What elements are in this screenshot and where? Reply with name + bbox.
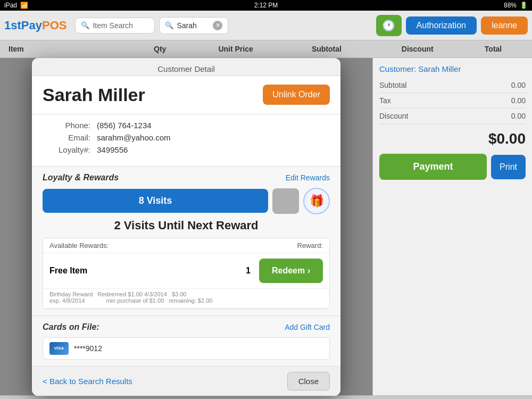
device-label: iPad — [4, 2, 17, 9]
battery-icon: 🔋 — [520, 2, 528, 9]
item-search-box[interactable]: 🔍 Item Search — [75, 18, 155, 34]
phone-row: Phone: (856) 764-1234 — [43, 121, 330, 130]
close-button[interactable]: Close — [287, 372, 330, 390]
reward-name: Free Item — [49, 266, 246, 276]
email-label: Email: — [43, 133, 90, 142]
authorization-button[interactable]: Authorization — [406, 16, 477, 35]
modal-overlay: Customer Detail Sarah Miller Unlink Orde… — [0, 58, 372, 395]
visits-until-text: 2 Visits Until Next Reward — [43, 219, 330, 232]
status-bar: iPad 📶 2:12 PM 88% 🔋 — [0, 0, 532, 11]
main-area: Customer Detail Sarah Miller Unlink Orde… — [0, 58, 532, 395]
right-panel: Customer: Sarah Miller Subtotal 0.00 Tax… — [372, 58, 532, 395]
subtotal-row: Subtotal 0.00 — [379, 78, 526, 93]
email-row: Email: sarahm@yahoo.com — [43, 133, 330, 142]
customer-search-value: Sarah — [177, 21, 196, 30]
tax-value: 0.00 — [511, 96, 526, 105]
email-value: sarahm@yahoo.com — [97, 133, 171, 142]
rewards-table-header: Available Rewards: Reward: — [43, 238, 329, 253]
discount-label: Discount — [379, 112, 408, 120]
app-logo: 1stPayPOS — [4, 19, 66, 32]
loyalty-header: Loyalty & Rewards Edit Rewards — [43, 173, 330, 182]
visits-grey-box — [272, 188, 299, 214]
print-button[interactable]: Print — [491, 155, 526, 179]
loyalty-value: 3499556 — [97, 145, 128, 154]
item-search-label: Item Search — [93, 21, 132, 30]
reward-sub-info: Birthday Reward Redeemed $1.00 4/3/2014 … — [43, 289, 329, 309]
card-row: VISA ****9012 — [43, 337, 330, 360]
back-to-search-link[interactable]: < Back to Search Results — [43, 377, 132, 386]
left-panel: Customer Detail Sarah Miller Unlink Orde… — [0, 58, 372, 395]
cards-header: Cards on File: Add Gift Card — [43, 322, 330, 332]
discount-row: Discount 0.00 — [379, 109, 526, 124]
logo-pos: POS — [42, 19, 66, 32]
visits-bar: 8 Visits 🎁 — [43, 188, 330, 214]
birthday-amount: $3.00 — [172, 291, 187, 297]
card-number: ****9012 — [74, 344, 102, 353]
birthday-redeemed: Redeemed $1.00 4/3/2014 — [98, 291, 167, 297]
unlink-order-button[interactable]: Unlink Order — [263, 85, 330, 105]
column-item: Item — [9, 45, 130, 53]
table-header: Item Qty Unit Price Subtotal Discount To… — [0, 40, 532, 58]
status-bar-right: 88% 🔋 — [504, 2, 528, 9]
clear-search-button[interactable]: ✕ — [213, 21, 222, 30]
time-display: 2:12 PM — [254, 2, 278, 9]
visits-button[interactable]: 8 Visits — [43, 189, 268, 213]
loyalty-title: Loyalty & Rewards — [43, 173, 119, 182]
modal-title: Customer Detail — [32, 58, 340, 76]
card-icon: VISA — [49, 342, 69, 355]
cards-section: Cards on File: Add Gift Card VISA ****90… — [32, 316, 340, 367]
gift-icon-button[interactable]: 🎁 — [303, 188, 330, 214]
reward-column-label: Reward: — [297, 242, 323, 250]
bottom-bar: On Hold 🧮 Misc Sale — [0, 395, 532, 399]
column-qty: Qty — [130, 45, 190, 53]
battery-label: 88% — [504, 2, 517, 9]
modal-header: Sarah Miller Unlink Order — [32, 76, 340, 114]
column-total: Total — [463, 45, 523, 53]
add-gift-card-link[interactable]: Add Gift Card — [285, 323, 330, 331]
loyalty-row: Loyalty#: 3499556 — [43, 145, 330, 154]
action-row: Payment Print — [379, 154, 526, 180]
column-subtotal: Subtotal — [281, 45, 372, 53]
available-rewards-label: Available Rewards: — [49, 242, 109, 250]
edit-rewards-link[interactable]: Edit Rewards — [286, 173, 330, 182]
tax-row: Tax 0.00 — [379, 93, 526, 109]
card-brand: VISA — [54, 346, 64, 351]
customer-detail-modal: Customer Detail Sarah Miller Unlink Orde… — [32, 58, 340, 396]
cards-title: Cards on File: — [43, 322, 99, 332]
modal-footer: < Back to Search Results Close — [32, 367, 340, 396]
subtotal-label: Subtotal — [379, 81, 406, 89]
customer-search-box[interactable]: 🔍 Sarah ✕ — [159, 17, 228, 34]
loyalty-section: Loyalty & Rewards Edit Rewards 8 Visits … — [32, 167, 340, 316]
status-bar-left: iPad 📶 — [4, 2, 28, 9]
discount-value: 0.00 — [511, 112, 526, 120]
subtotal-value: 0.00 — [511, 81, 526, 89]
payment-button[interactable]: Payment — [379, 154, 487, 180]
phone-label: Phone: — [43, 121, 90, 130]
birthday-remaining: remaining: $2.00 — [169, 297, 212, 304]
customer-name-heading: Sarah Miller — [43, 85, 145, 105]
search-icon: 🔍 — [81, 21, 89, 29]
top-bar: 1stPayPOS 🔍 Item Search 🔍 Sarah ✕ 🕐 Auth… — [0, 11, 532, 40]
loyalty-label: Loyalty#: — [43, 145, 90, 154]
user-button[interactable]: leanne — [481, 16, 528, 35]
birthday-min: min purchase of $1.00 — [106, 297, 164, 304]
phone-value: (856) 764-1234 — [97, 121, 152, 130]
clock-button[interactable]: 🕐 — [376, 15, 402, 36]
reward-row: Free Item 1 Redeem › — [43, 253, 329, 289]
search-icon-2: 🔍 — [165, 21, 173, 29]
rewards-table: Available Rewards: Reward: Free Item 1 R… — [43, 238, 330, 309]
total-amount: $0.00 — [379, 130, 526, 147]
customer-info-section: Phone: (856) 764-1234 Email: sarahm@yaho… — [32, 114, 340, 167]
column-unit-price: Unit Price — [190, 45, 281, 53]
tax-label: Tax — [379, 96, 391, 105]
customer-label: Customer: Sarah Miller — [379, 64, 526, 73]
redeem-button[interactable]: Redeem › — [259, 259, 323, 283]
birthday-reward-name: Birthday Reward — [49, 291, 93, 297]
column-discount: Discount — [372, 45, 463, 53]
wifi-icon: 📶 — [20, 2, 28, 9]
birthday-expiry: exp. 4/8/2014 — [49, 297, 85, 304]
reward-count: 1 — [246, 266, 251, 276]
